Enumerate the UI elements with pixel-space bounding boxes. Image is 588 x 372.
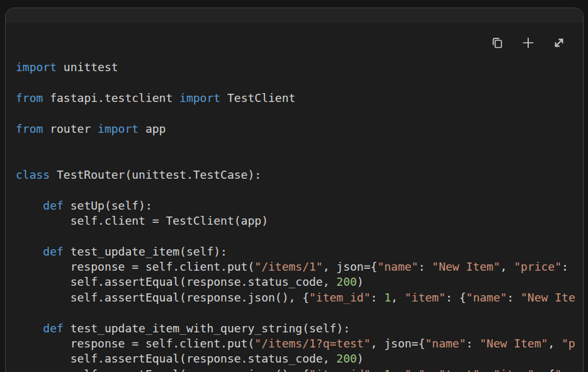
add-icon xyxy=(521,36,535,50)
code-token: TestRouter(unittest.TestCase): xyxy=(50,168,261,181)
code-token: "name" xyxy=(466,291,507,304)
code-line xyxy=(16,183,583,198)
code-token: "item_id" xyxy=(309,291,371,304)
code-token: "item" xyxy=(405,291,446,304)
code-token: response = self.client.put( xyxy=(16,260,254,273)
code-card: import unittest from fastapi.testclient … xyxy=(5,8,584,372)
code-token: : xyxy=(562,260,568,273)
code-token: "New Item" xyxy=(480,337,548,350)
code-line: def test_update_item(self): xyxy=(16,244,583,259)
code-line: def setUp(self): xyxy=(16,198,583,213)
code-line: def test_update_item_with_query_string(s… xyxy=(16,321,583,336)
code-token: ) xyxy=(357,275,364,288)
code-token xyxy=(16,245,43,258)
code-line: self.assertEqual(response.status_code, 2… xyxy=(16,351,583,366)
code-token: ) xyxy=(357,352,364,365)
code-token: "q" xyxy=(405,368,426,372)
code-token: "New Ite xyxy=(521,291,575,304)
code-token: import xyxy=(98,122,139,135)
expand-button[interactable] xyxy=(552,36,566,50)
code-token: 1 xyxy=(384,368,391,372)
code-token: router xyxy=(43,122,98,135)
code-line: response = self.client.put("/items/1?q=t… xyxy=(16,336,583,351)
copy-button[interactable] xyxy=(490,36,504,50)
code-token: 1 xyxy=(384,291,391,304)
code-token: "item" xyxy=(494,368,534,372)
code-token: self.assertEqual(response.status_code, xyxy=(16,352,336,365)
code-token: "item_id" xyxy=(309,368,371,372)
code-token: , json={ xyxy=(323,260,378,273)
code-token: test_update_item(self): xyxy=(64,245,227,258)
code-token: test_update_item_with_query_string(self)… xyxy=(64,322,350,335)
code-line: class TestRouter(unittest.TestCase): xyxy=(16,167,583,183)
code-line xyxy=(16,152,583,167)
code-token: class xyxy=(16,168,50,181)
code-token: import xyxy=(16,60,57,74)
code-toolbar xyxy=(490,36,566,50)
code-token: response = self.client.put( xyxy=(16,337,254,350)
code-token: "name" xyxy=(377,260,418,273)
code-token: : xyxy=(425,368,439,372)
add-button[interactable] xyxy=(521,36,535,50)
code-token: , xyxy=(391,291,405,304)
code-token: app xyxy=(139,122,166,135)
code-card-header xyxy=(6,8,583,22)
code-token: : xyxy=(418,260,432,273)
code-token: "New Item" xyxy=(432,260,500,273)
code-token: "/items/1?q=test" xyxy=(254,337,370,350)
code-token: , xyxy=(391,368,405,372)
code-line: self.assertEqual(response.json(), {"item… xyxy=(16,367,583,372)
code-token: from xyxy=(16,91,43,104)
code-line: self.assertEqual(response.status_code, 2… xyxy=(16,274,583,290)
code-token: : xyxy=(507,291,521,304)
code-line xyxy=(16,75,583,90)
code-line: self.client = TestClient(app) xyxy=(16,213,583,228)
code-line xyxy=(16,228,583,244)
code-token: : { xyxy=(534,368,555,372)
code-token: self.assertEqual(response.json(), { xyxy=(16,368,309,372)
code-token: , xyxy=(480,368,494,372)
code-token: "p xyxy=(562,337,575,350)
code-token: TestClient xyxy=(220,91,295,104)
code-token: self.client = TestClient(app) xyxy=(16,214,268,227)
code-token: , xyxy=(500,260,514,273)
code-line xyxy=(16,106,583,121)
code-token: setUp(self): xyxy=(64,199,152,212)
code-token: "test" xyxy=(439,368,480,372)
code-token: 200 xyxy=(336,275,357,288)
code-line xyxy=(16,305,583,320)
code-token: 200 xyxy=(336,352,357,365)
code-token: "/items/1" xyxy=(254,260,322,273)
code-token: def xyxy=(43,199,64,212)
code-token: : xyxy=(371,291,385,304)
code-line: response = self.client.put("/items/1", j… xyxy=(16,259,583,274)
code-token: "price" xyxy=(514,260,562,273)
code-token: from xyxy=(16,122,43,135)
code-token: "name" xyxy=(425,337,466,350)
code-token: self.assertEqual(response.status_code, xyxy=(16,275,336,288)
code-token: unittest xyxy=(57,60,118,74)
code-line: import unittest xyxy=(16,60,583,75)
code-token xyxy=(16,199,43,212)
code-token: def xyxy=(43,322,64,335)
code-token: self.assertEqual(response.json(), { xyxy=(16,291,309,304)
code-line xyxy=(16,137,583,152)
code-token: , json={ xyxy=(371,337,426,350)
code-token: : xyxy=(371,368,385,372)
code-line: from fastapi.testclient import TestClien… xyxy=(16,91,583,106)
expand-icon xyxy=(552,36,566,50)
code-token: : { xyxy=(446,291,466,304)
code-token: , xyxy=(548,337,562,350)
code-token xyxy=(16,322,43,335)
code-token: "n xyxy=(555,368,568,372)
code-line: from router import app xyxy=(16,121,583,137)
code-block: import unittest from fastapi.testclient … xyxy=(16,60,583,372)
code-token: fastapi.testclient xyxy=(43,91,179,104)
code-line: self.assertEqual(response.json(), {"item… xyxy=(16,290,583,305)
copy-icon xyxy=(490,36,504,50)
code-token: def xyxy=(43,245,64,258)
code-token: import xyxy=(179,91,220,104)
code-token: : xyxy=(466,337,480,350)
